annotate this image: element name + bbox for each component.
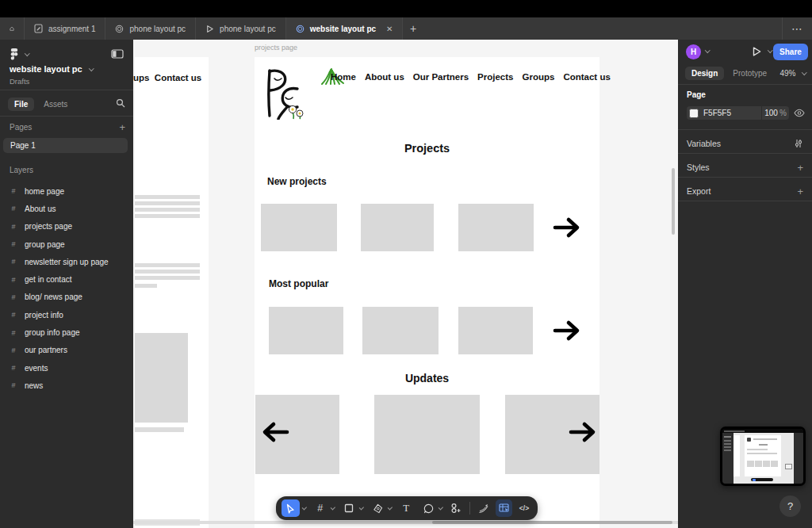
file-name-menu[interactable]: website layout pc [10, 64, 93, 74]
help-button[interactable]: ? [779, 495, 801, 517]
layer-row-project-info[interactable]: #project info [0, 306, 133, 323]
project-card-placeholder[interactable] [261, 204, 337, 251]
tab-prototype[interactable]: Prototype [733, 69, 767, 78]
skeleton-line[interactable] [135, 201, 200, 205]
chevron-down-icon[interactable] [302, 505, 307, 510]
add-export-button[interactable]: + [797, 186, 803, 197]
eye-icon[interactable] [794, 109, 805, 117]
new-tab-button[interactable]: + [402, 17, 423, 40]
nav-our-partners[interactable]: Our Partners [413, 72, 469, 82]
page-title[interactable]: Projects [255, 142, 599, 155]
design-canvas[interactable]: ups Contact us projects page [133, 40, 678, 528]
canvas-horizontal-scrollbar-track[interactable] [133, 521, 678, 524]
frame-tool-button[interactable]: # [312, 499, 328, 517]
chevron-down-icon[interactable] [359, 505, 364, 510]
chevron-down-icon[interactable] [25, 51, 29, 55]
nav-contact-us[interactable]: Contact us [563, 72, 610, 82]
figma-menu-logo-icon[interactable] [10, 48, 19, 61]
home-button[interactable] [0, 17, 24, 40]
projects-page-frame[interactable]: Home About us Our Partners Projects Grou… [255, 57, 599, 528]
shape-tool-button[interactable] [341, 499, 357, 517]
variables-sliders-icon[interactable] [794, 139, 803, 148]
avatar[interactable]: H [686, 44, 701, 59]
skeleton-line[interactable] [135, 263, 200, 267]
comment-tool-button[interactable] [420, 499, 436, 517]
toggle-sidebar-icon[interactable] [111, 49, 124, 59]
styles-section[interactable]: Styles + [678, 158, 812, 177]
code-view-button[interactable]: </> [516, 499, 532, 517]
share-button[interactable]: Share [773, 44, 808, 60]
update-card-placeholder[interactable] [374, 395, 480, 474]
screen-preview-thumbnail[interactable] [720, 427, 806, 486]
tab-phone-layout-pc-2[interactable]: phone layout pc [195, 17, 285, 40]
section-updates[interactable]: Updates [255, 372, 599, 385]
add-page-button[interactable]: + [119, 121, 125, 133]
nav-groups[interactable]: Groups [522, 72, 554, 82]
skeleton-line[interactable] [135, 270, 200, 274]
zoom-control[interactable]: 49% [779, 69, 806, 78]
layer-row-group-page[interactable]: #group page [0, 235, 133, 253]
tab-design[interactable]: Design [685, 67, 724, 80]
partial-page-frame[interactable]: ups Contact us [135, 57, 209, 528]
chevron-down-icon[interactable] [705, 48, 710, 52]
canvas-horizontal-scrollbar-thumb[interactable] [432, 521, 672, 524]
present-play-icon[interactable] [751, 46, 762, 57]
variables-section[interactable]: Variables [678, 134, 812, 153]
page-item-page-1[interactable]: Page 1 [3, 138, 128, 153]
tab-website-layout-pc[interactable]: website layout pc ✕ [285, 17, 403, 40]
project-card-placeholder[interactable] [458, 307, 533, 354]
arrow-right-icon[interactable] [553, 319, 581, 342]
chevron-down-icon[interactable] [439, 505, 443, 510]
skeleton-line[interactable] [135, 195, 200, 199]
project-card-placeholder[interactable] [362, 307, 439, 354]
layer-row-group-info[interactable]: #group info page [0, 323, 133, 341]
add-style-button[interactable]: + [797, 162, 803, 174]
skeleton-line[interactable] [135, 284, 157, 288]
nav-about-us[interactable]: About us [365, 72, 404, 82]
section-new-projects[interactable]: New projects [267, 176, 327, 187]
arrow-left-icon[interactable] [261, 420, 289, 444]
chevron-down-icon[interactable] [388, 505, 393, 510]
pc-logo[interactable] [262, 66, 308, 120]
project-card-placeholder[interactable] [269, 307, 343, 354]
tab-phone-layout-pc-1[interactable]: phone layout pc [105, 17, 195, 40]
window-more-button[interactable]: ⋯ [782, 17, 812, 40]
actions-button[interactable] [448, 499, 464, 517]
layer-row-get-in-contact[interactable]: #get in contact [0, 270, 133, 288]
arrow-right-icon[interactable] [569, 420, 597, 444]
layer-row-blog-news[interactable]: #blog/ news page [0, 289, 133, 306]
chevron-down-icon[interactable] [331, 505, 335, 510]
opacity-input[interactable]: 100% [762, 109, 789, 117]
skeleton-line[interactable] [135, 276, 200, 280]
project-card-placeholder[interactable] [458, 204, 534, 251]
canvas-vertical-scrollbar[interactable] [672, 168, 675, 235]
layer-row-projects-page[interactable]: #projects page [0, 218, 133, 235]
partial-nav-text[interactable]: ups Contact us [133, 73, 201, 82]
skeleton-line[interactable] [135, 427, 184, 432]
skeleton-line[interactable] [135, 214, 200, 218]
tab-assets[interactable]: Assets [44, 100, 67, 109]
layer-row-our-partners[interactable]: #our partners [0, 342, 133, 359]
tab-assignment-1[interactable]: assignment 1 [24, 17, 105, 40]
layer-row-events[interactable]: #events [0, 359, 133, 377]
export-section[interactable]: Export + [678, 182, 812, 201]
page-color-input[interactable]: F5F5F5 100% [687, 106, 789, 120]
close-tab-icon[interactable]: ✕ [386, 25, 393, 33]
text-tool-button[interactable]: T [398, 499, 414, 517]
placeholder-box[interactable] [135, 333, 188, 423]
nav-home[interactable]: Home [331, 72, 356, 82]
dev-mode-grid-button[interactable] [496, 499, 512, 517]
layer-row-newsletter[interactable]: #newsletter sign up page [0, 253, 133, 270]
layer-row-home-page[interactable]: #home page [0, 182, 133, 200]
color-hex-value[interactable]: F5F5F5 [703, 109, 731, 117]
skeleton-line[interactable] [135, 208, 200, 212]
project-card-placeholder[interactable] [361, 204, 434, 251]
draw-tools-button[interactable] [476, 499, 492, 517]
nav-projects[interactable]: Projects [477, 72, 513, 82]
move-tool-button[interactable] [282, 499, 300, 517]
search-icon[interactable] [116, 98, 125, 108]
chevron-down-icon[interactable] [768, 48, 772, 52]
layer-row-about-us[interactable]: #About us [0, 200, 133, 217]
layer-row-news[interactable]: #news [0, 377, 133, 394]
section-most-popular[interactable]: Most popular [269, 278, 328, 289]
